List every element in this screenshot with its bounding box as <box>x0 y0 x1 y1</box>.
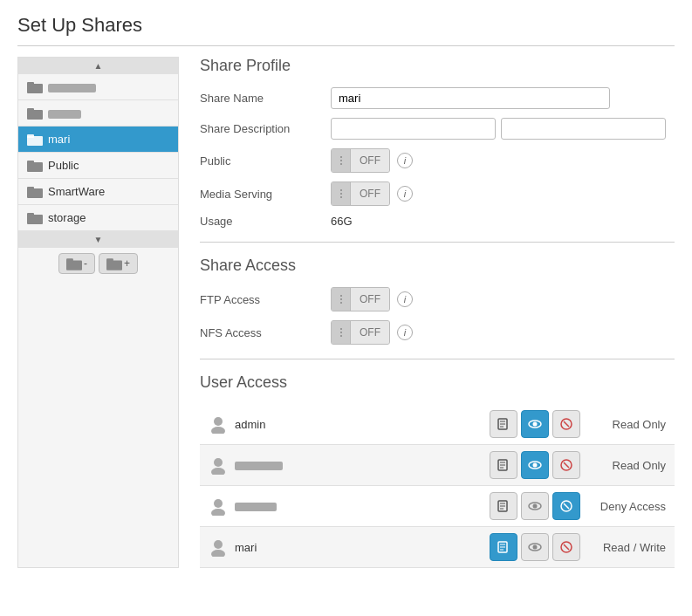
ftp-toggle[interactable]: OFF <box>331 287 390 311</box>
user2-access-label: Read Only <box>587 459 666 472</box>
share-desc-input2[interactable] <box>501 118 666 140</box>
user3-view-button[interactable] <box>521 492 549 520</box>
admin-view-button[interactable] <box>521 410 549 438</box>
ftp-toggle-label: OFF <box>351 288 389 311</box>
access-form: FTP Access OFF i NFS Access <box>200 287 675 345</box>
share-name-label: Share Name <box>200 92 322 105</box>
add-label: + <box>124 257 130 270</box>
admin-edit-button[interactable] <box>490 410 517 438</box>
user-avatar-mari <box>209 537 228 557</box>
svg-point-36 <box>214 499 223 508</box>
user2-view-button[interactable] <box>521 451 549 479</box>
nfs-toggle-row: OFF i <box>331 320 675 345</box>
mari-edit-button[interactable] <box>490 533 517 561</box>
media-toggle-label: OFF <box>351 182 389 205</box>
user2-edit-button[interactable] <box>490 451 517 479</box>
share-profile-section: Share Profile Share Name Share Descripti… <box>200 57 675 228</box>
admin-action-btns <box>490 410 580 438</box>
svg-point-23 <box>533 422 538 427</box>
access-user-divider <box>200 359 675 359</box>
user-name-3 <box>235 500 483 513</box>
media-toggle[interactable]: OFF <box>331 181 390 206</box>
user-avatar-3 <box>209 496 228 516</box>
sidebar-item-public-label: Public <box>48 159 169 172</box>
user3-access-label: Deny Access <box>587 500 666 513</box>
mari-view-button[interactable] <box>521 533 549 561</box>
toggle-handle <box>332 149 351 172</box>
nfs-toggle[interactable]: OFF <box>331 320 390 345</box>
user-row-mari: mari Read / Write <box>200 527 675 568</box>
scroll-up-button[interactable]: ▲ <box>18 58 178 74</box>
sidebar-item-2[interactable] <box>18 100 178 127</box>
svg-line-55 <box>564 544 569 550</box>
svg-point-17 <box>211 427 225 434</box>
share-name-input[interactable] <box>331 87 610 109</box>
user3-action-btns <box>490 492 580 520</box>
share-access-section: Share Access FTP Access OFF i <box>200 257 675 345</box>
share-access-title: Share Access <box>200 257 675 275</box>
svg-line-35 <box>564 462 569 468</box>
user2-action-btns <box>490 451 580 479</box>
public-info-icon[interactable]: i <box>397 153 413 168</box>
user-avatar-admin <box>209 414 228 434</box>
media-toggle-row: OFF i <box>331 181 675 206</box>
ftp-toggle-row: OFF i <box>331 287 675 311</box>
folder-icon-storage <box>27 212 43 224</box>
svg-line-45 <box>564 503 569 509</box>
nfs-toggle-label: OFF <box>351 321 389 344</box>
sidebar-item-public[interactable]: Public <box>18 153 178 179</box>
public-toggle[interactable]: OFF <box>331 148 390 173</box>
user-row-admin: admin Read Only <box>200 404 675 445</box>
folder-icon <box>27 107 43 120</box>
user-access-section: User Access admin <box>200 373 675 568</box>
ftp-toggle-handle <box>332 288 351 311</box>
user3-edit-button[interactable] <box>490 492 517 520</box>
folder-icon-active <box>27 133 43 146</box>
share-form: Share Name Share Description Public <box>200 87 675 228</box>
toggle-handle-media <box>332 182 351 205</box>
media-label: Media Serving <box>200 188 322 201</box>
svg-point-33 <box>533 463 538 468</box>
admin-access-label: Read Only <box>587 418 666 431</box>
sidebar-item-storage-label: storage <box>48 211 169 224</box>
share-desc-input1[interactable] <box>331 118 496 140</box>
user-row-3: Deny Access <box>200 486 675 527</box>
svg-rect-11 <box>27 213 34 216</box>
sidebar-item-1[interactable] <box>18 74 178 100</box>
user3-deny-button[interactable] <box>552 492 580 520</box>
sidebar-item-smartware[interactable]: SmartWare <box>18 179 178 205</box>
sidebar-item-smartware-label: SmartWare <box>48 185 169 198</box>
user-avatar-2 <box>209 455 228 475</box>
profile-access-divider <box>200 242 675 243</box>
folder-icon-public <box>27 160 43 172</box>
folder-icon <box>27 81 43 93</box>
page-title: Set Up Shares <box>17 14 675 37</box>
svg-rect-15 <box>106 258 113 263</box>
svg-point-37 <box>211 509 225 516</box>
user-access-table: admin Read Only <box>200 404 675 568</box>
nfs-toggle-handle <box>332 321 351 344</box>
remove-folder-button[interactable]: - <box>58 253 95 274</box>
user-name-mari: mari <box>235 541 483 554</box>
nfs-info-icon[interactable]: i <box>397 325 413 340</box>
svg-rect-13 <box>66 258 73 263</box>
scroll-down-button[interactable]: ▼ <box>18 231 178 248</box>
svg-point-26 <box>214 458 223 467</box>
ftp-info-icon[interactable]: i <box>397 291 413 307</box>
svg-point-46 <box>214 540 223 549</box>
svg-point-27 <box>211 468 225 475</box>
admin-deny-button[interactable] <box>552 410 580 438</box>
user2-deny-button[interactable] <box>552 451 580 479</box>
header-divider <box>17 45 675 46</box>
svg-rect-9 <box>27 187 34 190</box>
sidebar-item-mari[interactable]: mari <box>18 127 178 153</box>
sidebar-item-storage[interactable]: storage <box>18 205 178 231</box>
mari-deny-button[interactable] <box>552 533 580 561</box>
add-folder-button[interactable]: + <box>99 253 138 274</box>
share-desc-inputs <box>331 118 675 140</box>
sidebar-controls: - + <box>18 248 178 279</box>
folder-icon-smartware <box>27 186 43 198</box>
media-info-icon[interactable]: i <box>397 186 413 202</box>
share-desc-label: Share Description <box>200 122 322 135</box>
sidebar-item-mari-label: mari <box>48 133 169 146</box>
